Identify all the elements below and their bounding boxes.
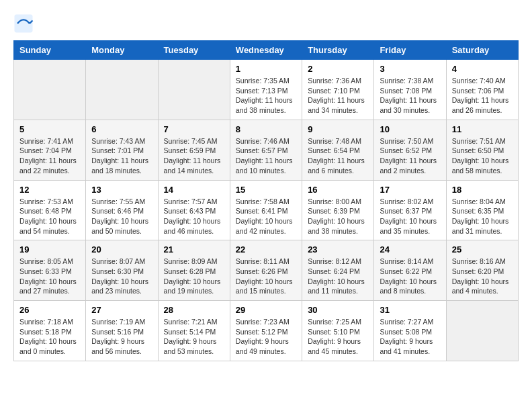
day-info: Sunrise: 8:11 AM Sunset: 6:26 PM Dayligh… (236, 257, 296, 296)
calendar-cell: 6Sunrise: 7:43 AM Sunset: 7:01 PM Daylig… (86, 120, 158, 180)
day-number: 2 (308, 64, 368, 74)
day-number: 24 (380, 244, 440, 255)
col-header-monday: Monday (86, 41, 158, 60)
col-header-sunday: Sunday (14, 41, 86, 60)
day-info: Sunrise: 7:57 AM Sunset: 6:43 PM Dayligh… (164, 197, 224, 236)
day-number: 17 (380, 185, 440, 195)
day-info: Sunrise: 7:51 AM Sunset: 6:50 PM Dayligh… (452, 136, 513, 176)
day-info: Sunrise: 8:00 AM Sunset: 6:39 PM Dayligh… (308, 197, 368, 236)
day-info: Sunrise: 8:05 AM Sunset: 6:33 PM Dayligh… (19, 257, 80, 296)
col-header-friday: Friday (374, 41, 446, 60)
day-info: Sunrise: 7:21 AM Sunset: 5:14 PM Dayligh… (164, 317, 224, 357)
day-info: Sunrise: 7:19 AM Sunset: 5:16 PM Dayligh… (91, 317, 152, 357)
day-info: Sunrise: 7:43 AM Sunset: 7:01 PM Dayligh… (91, 136, 152, 176)
day-info: Sunrise: 7:50 AM Sunset: 6:52 PM Dayligh… (380, 136, 440, 176)
day-info: Sunrise: 7:27 AM Sunset: 5:08 PM Dayligh… (380, 317, 440, 357)
day-number: 14 (164, 185, 224, 195)
calendar-cell: 8Sunrise: 7:46 AM Sunset: 6:57 PM Daylig… (230, 120, 302, 180)
day-number: 7 (164, 124, 224, 134)
calendar-cell: 4Sunrise: 7:40 AM Sunset: 7:06 PM Daylig… (446, 60, 518, 120)
day-info: Sunrise: 7:35 AM Sunset: 7:13 PM Dayligh… (236, 76, 296, 116)
calendar-cell: 18Sunrise: 8:04 AM Sunset: 6:35 PM Dayli… (446, 180, 518, 240)
calendar-table: SundayMondayTuesdayWednesdayThursdayFrid… (13, 40, 519, 361)
calendar-week-row: 1Sunrise: 7:35 AM Sunset: 7:13 PM Daylig… (14, 60, 519, 120)
day-number: 30 (308, 305, 368, 315)
calendar-week-row: 12Sunrise: 7:53 AM Sunset: 6:48 PM Dayli… (14, 180, 519, 240)
calendar-cell: 2Sunrise: 7:36 AM Sunset: 7:10 PM Daylig… (302, 60, 374, 120)
day-info: Sunrise: 7:38 AM Sunset: 7:08 PM Dayligh… (380, 76, 440, 116)
day-number: 8 (236, 124, 296, 134)
day-number: 20 (91, 244, 152, 255)
day-info: Sunrise: 8:04 AM Sunset: 6:35 PM Dayligh… (452, 197, 513, 236)
day-number: 27 (91, 305, 152, 315)
calendar-cell: 1Sunrise: 7:35 AM Sunset: 7:13 PM Daylig… (230, 60, 302, 120)
day-info: Sunrise: 7:41 AM Sunset: 7:04 PM Dayligh… (19, 136, 80, 176)
calendar-header-row: SundayMondayTuesdayWednesdayThursdayFrid… (14, 41, 519, 60)
logo (13, 13, 36, 34)
day-number: 15 (236, 185, 296, 195)
col-header-saturday: Saturday (446, 41, 518, 60)
calendar-cell: 14Sunrise: 7:57 AM Sunset: 6:43 PM Dayli… (158, 180, 230, 240)
day-number: 10 (380, 124, 440, 134)
day-number: 25 (452, 244, 513, 255)
calendar-cell: 22Sunrise: 8:11 AM Sunset: 6:26 PM Dayli… (230, 240, 302, 301)
logo-icon (13, 13, 34, 34)
day-number: 16 (308, 185, 368, 195)
calendar-week-row: 19Sunrise: 8:05 AM Sunset: 6:33 PM Dayli… (14, 240, 519, 301)
calendar-cell (158, 60, 230, 120)
day-number: 19 (19, 244, 80, 255)
day-info: Sunrise: 8:02 AM Sunset: 6:37 PM Dayligh… (380, 197, 440, 236)
calendar-cell: 16Sunrise: 8:00 AM Sunset: 6:39 PM Dayli… (302, 180, 374, 240)
day-info: Sunrise: 7:55 AM Sunset: 6:46 PM Dayligh… (91, 197, 152, 236)
day-info: Sunrise: 8:09 AM Sunset: 6:28 PM Dayligh… (164, 257, 224, 296)
day-info: Sunrise: 7:36 AM Sunset: 7:10 PM Dayligh… (308, 76, 368, 116)
calendar-cell (446, 301, 518, 361)
calendar-cell (14, 60, 86, 120)
calendar-cell: 17Sunrise: 8:02 AM Sunset: 6:37 PM Dayli… (374, 180, 446, 240)
calendar-cell: 10Sunrise: 7:50 AM Sunset: 6:52 PM Dayli… (374, 120, 446, 180)
calendar-cell: 20Sunrise: 8:07 AM Sunset: 6:30 PM Dayli… (86, 240, 158, 301)
day-number: 23 (308, 244, 368, 255)
day-info: Sunrise: 8:16 AM Sunset: 6:20 PM Dayligh… (452, 257, 513, 296)
calendar-cell (86, 60, 158, 120)
col-header-tuesday: Tuesday (158, 41, 230, 60)
col-header-wednesday: Wednesday (230, 41, 302, 60)
day-number: 11 (452, 124, 513, 134)
day-info: Sunrise: 7:53 AM Sunset: 6:48 PM Dayligh… (19, 197, 80, 236)
day-info: Sunrise: 7:23 AM Sunset: 5:12 PM Dayligh… (236, 317, 296, 357)
calendar-cell: 27Sunrise: 7:19 AM Sunset: 5:16 PM Dayli… (86, 301, 158, 361)
day-number: 3 (380, 64, 440, 74)
day-info: Sunrise: 8:07 AM Sunset: 6:30 PM Dayligh… (91, 257, 152, 296)
day-number: 18 (452, 185, 513, 195)
calendar-week-row: 5Sunrise: 7:41 AM Sunset: 7:04 PM Daylig… (14, 120, 519, 180)
day-number: 22 (236, 244, 296, 255)
day-number: 4 (452, 64, 513, 74)
day-info: Sunrise: 8:12 AM Sunset: 6:24 PM Dayligh… (308, 257, 368, 296)
day-number: 21 (164, 244, 224, 255)
day-info: Sunrise: 7:40 AM Sunset: 7:06 PM Dayligh… (452, 76, 513, 116)
calendar-week-row: 26Sunrise: 7:18 AM Sunset: 5:18 PM Dayli… (14, 301, 519, 361)
day-info: Sunrise: 7:18 AM Sunset: 5:18 PM Dayligh… (19, 317, 80, 357)
calendar-cell: 21Sunrise: 8:09 AM Sunset: 6:28 PM Dayli… (158, 240, 230, 301)
day-number: 9 (308, 124, 368, 134)
calendar-cell: 28Sunrise: 7:21 AM Sunset: 5:14 PM Dayli… (158, 301, 230, 361)
day-number: 29 (236, 305, 296, 315)
calendar-cell: 25Sunrise: 8:16 AM Sunset: 6:20 PM Dayli… (446, 240, 518, 301)
calendar-cell: 24Sunrise: 8:14 AM Sunset: 6:22 PM Dayli… (374, 240, 446, 301)
day-info: Sunrise: 7:45 AM Sunset: 6:59 PM Dayligh… (164, 136, 224, 176)
day-number: 6 (91, 124, 152, 134)
calendar-cell: 31Sunrise: 7:27 AM Sunset: 5:08 PM Dayli… (374, 301, 446, 361)
day-number: 31 (380, 305, 440, 315)
col-header-thursday: Thursday (302, 41, 374, 60)
calendar-cell: 3Sunrise: 7:38 AM Sunset: 7:08 PM Daylig… (374, 60, 446, 120)
day-number: 13 (91, 185, 152, 195)
day-info: Sunrise: 7:48 AM Sunset: 6:54 PM Dayligh… (308, 136, 368, 176)
day-info: Sunrise: 7:25 AM Sunset: 5:10 PM Dayligh… (308, 317, 368, 357)
day-number: 12 (19, 185, 80, 195)
page-header (13, 13, 519, 34)
calendar-cell: 9Sunrise: 7:48 AM Sunset: 6:54 PM Daylig… (302, 120, 374, 180)
day-number: 28 (164, 305, 224, 315)
day-info: Sunrise: 7:58 AM Sunset: 6:41 PM Dayligh… (236, 197, 296, 236)
calendar-cell: 5Sunrise: 7:41 AM Sunset: 7:04 PM Daylig… (14, 120, 86, 180)
calendar-cell: 11Sunrise: 7:51 AM Sunset: 6:50 PM Dayli… (446, 120, 518, 180)
